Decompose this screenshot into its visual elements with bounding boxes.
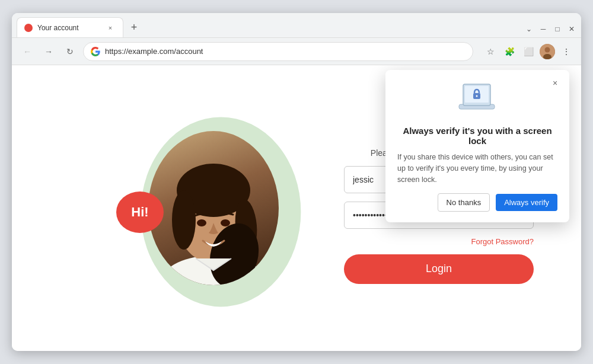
- tab-favicon: [24, 24, 33, 32]
- tab-title: Your account: [37, 24, 100, 32]
- popup-icon-wrap: [456, 82, 499, 117]
- extensions-icon[interactable]: 🧩: [502, 44, 517, 59]
- forward-button[interactable]: →: [40, 43, 57, 60]
- address-input-wrap[interactable]: https://example.com/account: [83, 42, 473, 61]
- popup-close-button[interactable]: ×: [548, 76, 562, 90]
- no-thanks-button[interactable]: No thanks: [438, 193, 490, 212]
- browser-tab[interactable]: Your account ×: [17, 17, 123, 37]
- screen-lock-popup: × Always ve: [385, 70, 569, 222]
- url-text: https://example.com/account: [105, 47, 466, 56]
- window-controls: ⌄ ─ □ ✕: [524, 24, 576, 34]
- svg-point-17: [476, 95, 478, 97]
- avatar-image: [540, 44, 555, 59]
- popup-description: If you share this device with others, yo…: [397, 152, 557, 185]
- page-content: Hi!: [12, 65, 581, 351]
- address-bar-icons: ☆ 🧩 ⬜ ⋮: [483, 44, 574, 59]
- address-bar: ← → ↻ https://example.com/account ☆ 🧩 ⬜: [12, 38, 581, 65]
- chevron-down-icon[interactable]: ⌄: [524, 24, 534, 34]
- browser-window: Your account × + ⌄ ─ □ ✕ ← → ↻ https://e…: [12, 13, 581, 351]
- always-verify-button[interactable]: Always verify: [496, 194, 557, 211]
- split-screen-icon[interactable]: ⬜: [521, 44, 536, 59]
- close-window-button[interactable]: ✕: [567, 24, 576, 34]
- popup-buttons: No thanks Always verify: [397, 193, 557, 212]
- tab-close-button[interactable]: ×: [105, 23, 116, 33]
- svg-point-1: [545, 47, 550, 52]
- popup-overlay: × Always ve: [12, 65, 581, 351]
- maximize-button[interactable]: □: [553, 24, 562, 34]
- refresh-button[interactable]: ↻: [62, 43, 78, 60]
- laptop-screen-lock-icon: [456, 82, 498, 114]
- back-button[interactable]: ←: [19, 43, 36, 60]
- profile-avatar[interactable]: [540, 44, 555, 59]
- bookmark-icon[interactable]: ☆: [483, 44, 498, 59]
- title-bar: Your account × + ⌄ ─ □ ✕: [12, 13, 581, 38]
- new-tab-button[interactable]: +: [126, 19, 142, 36]
- popup-title: Always verify it's you with a screen loc…: [397, 126, 557, 146]
- google-logo-icon: [91, 47, 100, 56]
- menu-icon[interactable]: ⋮: [559, 44, 574, 59]
- minimize-button[interactable]: ─: [538, 24, 548, 34]
